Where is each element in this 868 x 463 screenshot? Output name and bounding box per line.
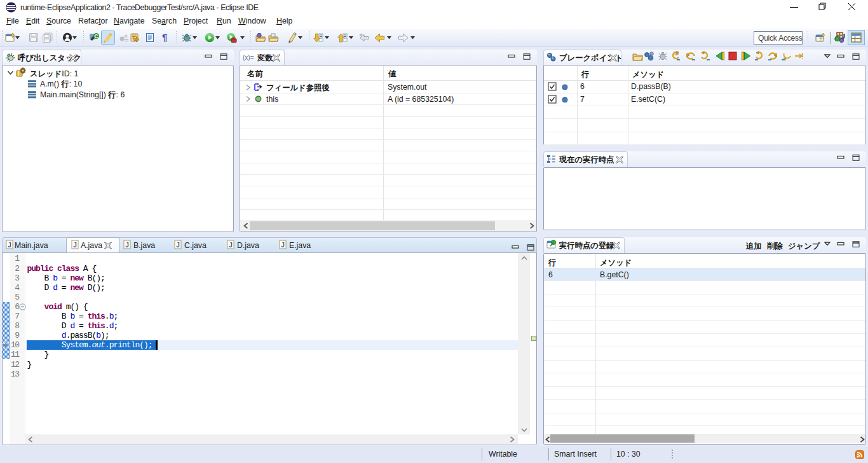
svg-text:C: C <box>94 33 98 39</box>
svg-text:J: J <box>125 242 129 249</box>
svg-text:J: J <box>281 242 285 249</box>
svg-text:(x)=: (x)= <box>243 54 254 61</box>
svg-text:J: J <box>8 242 11 249</box>
svg-text:J: J <box>73 242 77 249</box>
svg-text:J: J <box>229 242 233 249</box>
svg-text:J: J <box>176 242 180 249</box>
